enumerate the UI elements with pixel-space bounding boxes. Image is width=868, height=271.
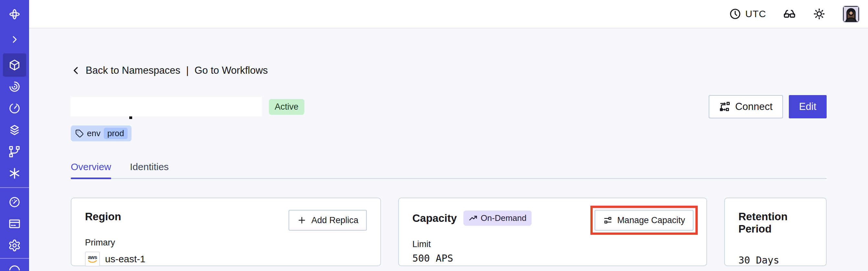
tag-value: prod — [104, 128, 128, 139]
back-chevron-icon[interactable] — [71, 65, 81, 76]
sidebar-item-billing[interactable] — [0, 213, 29, 235]
sidebar-item-support[interactable] — [0, 259, 29, 270]
tag-key: env — [87, 128, 100, 139]
add-replica-label: Add Replica — [311, 215, 359, 225]
clock-icon — [729, 8, 741, 20]
user-avatar[interactable] — [842, 5, 860, 23]
breadcrumb: Back to Namespaces | Go to Workflows — [71, 65, 827, 76]
layers-icon — [8, 124, 21, 137]
main-content: Back to Namespaces | Go to Workflows Act… — [29, 28, 868, 271]
sidebar-item-pipelines[interactable] — [0, 141, 29, 162]
sidebar-item-nexus[interactable] — [0, 162, 29, 184]
retention-card: Retention Period 30 Days — [724, 198, 827, 266]
region-card: Region Add Replica Primary aws us-east-1 — [71, 198, 381, 266]
on-demand-label: On-Demand — [481, 213, 527, 223]
manage-capacity-button[interactable]: Manage Capacity — [595, 210, 693, 231]
topbar: UTC — [29, 0, 868, 28]
add-replica-button[interactable]: Add Replica — [288, 210, 367, 231]
app-window: UTC Back to Namespa — [0, 0, 868, 271]
sidebar-item-workflows[interactable] — [0, 76, 29, 97]
primary-label: Primary — [85, 238, 367, 248]
asterisk-icon — [8, 167, 21, 180]
breadcrumb-workflows-link[interactable]: Go to Workflows — [194, 65, 268, 76]
sidebar-divider — [0, 187, 29, 188]
retention-card-title: Retention Period — [738, 211, 812, 235]
tab-identities[interactable]: Identities — [130, 161, 169, 178]
connect-button[interactable]: Connect — [709, 95, 783, 118]
edit-button-label: Edit — [799, 101, 816, 113]
sidebar-item-deployments[interactable] — [0, 119, 29, 141]
region-card-header: Region Add Replica — [85, 211, 367, 231]
timer-icon — [8, 102, 21, 115]
namespace-actions: Connect Edit — [709, 95, 827, 118]
sidebar-item-schedules[interactable] — [0, 97, 29, 119]
sidebar-expand-button[interactable] — [0, 28, 29, 50]
tab-bar: Overview Identities — [71, 161, 827, 179]
retention-value: 30 Days — [738, 254, 812, 266]
region-value: us-east-1 — [105, 253, 146, 265]
gear-icon — [8, 239, 21, 252]
sidebar — [0, 0, 29, 271]
labs-glasses-button[interactable] — [783, 7, 796, 20]
aws-provider-icon: aws — [85, 251, 100, 267]
sidebar-item-settings[interactable] — [0, 235, 29, 256]
red-highlight-annotation: Manage Capacity — [590, 206, 698, 235]
capacity-limit-value: 500 APS — [412, 252, 693, 264]
namespace-title-row: Active Connect Edit — [71, 95, 827, 118]
aws-smile-arrow — [88, 260, 97, 263]
aws-logo-text: aws — [88, 255, 97, 260]
connect-button-label: Connect — [735, 101, 772, 113]
theme-toggle-button[interactable] — [813, 7, 826, 20]
namespace-title-group: Active — [71, 97, 709, 116]
cube-icon — [8, 59, 21, 71]
breadcrumb-separator: | — [185, 65, 190, 76]
capacity-title-group: Capacity On-Demand — [412, 211, 532, 226]
limit-label: Limit — [412, 239, 693, 249]
region-card-title: Region — [85, 211, 121, 223]
glasses-icon — [783, 7, 796, 20]
tab-overview[interactable]: Overview — [71, 161, 111, 178]
trend-up-icon — [469, 214, 477, 223]
capacity-card-header: Capacity On-Demand Manage Capacity — [412, 211, 693, 235]
redaction-artifact — [129, 116, 132, 119]
content-column: UTC Back to Namespa — [29, 0, 868, 271]
on-demand-badge: On-Demand — [463, 211, 532, 226]
sidebar-item-namespaces[interactable] — [0, 54, 29, 76]
timezone-label: UTC — [745, 8, 766, 20]
branch-icon — [8, 145, 21, 158]
namespace-name-redacted — [71, 97, 262, 116]
tag-row: env prod — [71, 125, 827, 141]
temporal-logo-icon[interactable] — [0, 0, 29, 28]
connect-flow-icon — [719, 101, 731, 113]
avatar-image — [843, 6, 859, 22]
status-badge: Active — [269, 99, 304, 115]
capacity-card-title: Capacity — [412, 212, 457, 224]
tag-icon — [75, 129, 84, 138]
breadcrumb-back-link[interactable]: Back to Namespaces — [86, 65, 180, 76]
summary-cards: Region Add Replica Primary aws us-east-1 — [71, 198, 827, 266]
sun-icon — [813, 7, 826, 20]
credit-card-icon — [8, 217, 21, 230]
spiral-icon — [8, 80, 21, 93]
sidebar-item-usage[interactable] — [0, 191, 29, 213]
edit-button[interactable]: Edit — [789, 95, 827, 118]
region-value-row: aws us-east-1 — [85, 251, 367, 267]
sliders-icon — [603, 215, 613, 225]
gauge-icon — [8, 195, 21, 209]
capacity-card: Capacity On-Demand Manage Capacity — [398, 198, 707, 266]
namespace-tag[interactable]: env prod — [71, 125, 131, 141]
active-item-highlight — [3, 53, 26, 77]
manage-capacity-label: Manage Capacity — [617, 215, 685, 225]
timezone-selector[interactable]: UTC — [729, 8, 766, 20]
support-icon — [8, 263, 21, 270]
plus-icon — [297, 215, 307, 225]
